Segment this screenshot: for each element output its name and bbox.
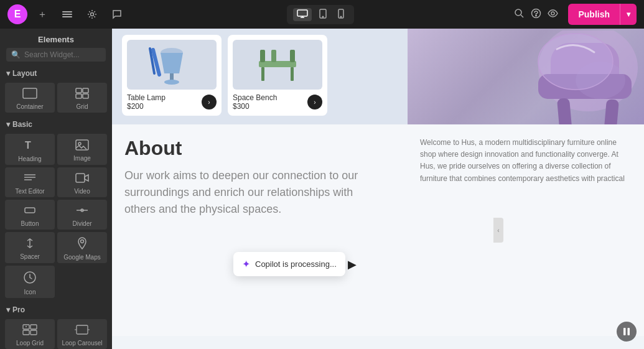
svg-point-41 bbox=[164, 80, 179, 85]
video-label: Video bbox=[74, 188, 90, 195]
product-card-table-lamp: Table Lamp $200 › bbox=[122, 35, 222, 116]
svg-rect-15 bbox=[83, 88, 88, 93]
container-widget[interactable]: Container bbox=[5, 83, 55, 113]
svg-marker-39 bbox=[161, 53, 183, 73]
pro-section-header[interactable]: ▾ Pro bbox=[0, 303, 112, 317]
text-editor-widget[interactable]: Text Editor bbox=[5, 167, 55, 197]
svg-rect-1 bbox=[62, 14, 72, 15]
icon-widget[interactable]: Icon bbox=[5, 266, 55, 298]
svg-point-54 bbox=[576, 62, 625, 99]
pause-button[interactable] bbox=[617, 322, 637, 342]
panel-collapse-handle[interactable]: ‹ bbox=[493, 218, 503, 243]
loop-grid-label: Loop Grid bbox=[16, 340, 44, 347]
chat-icon[interactable] bbox=[107, 4, 127, 24]
loop-grid-icon bbox=[22, 324, 37, 337]
space-bench-price: $300 bbox=[233, 102, 307, 111]
svg-rect-16 bbox=[76, 94, 82, 98]
image-icon bbox=[75, 139, 89, 152]
topbar: E ＋ Publish ▾ bbox=[0, 0, 644, 29]
divider-widget[interactable]: Divider bbox=[57, 200, 107, 230]
canvas-area: Table Lamp $200 › bbox=[112, 29, 644, 349]
search-widget-bar[interactable]: 🔍 bbox=[6, 48, 106, 62]
svg-rect-35 bbox=[77, 325, 88, 334]
space-bench-name: Space Bench bbox=[233, 93, 307, 102]
about-section: About Our work aims to deepen our connec… bbox=[112, 124, 644, 336]
hero-image bbox=[408, 29, 644, 124]
search-widget-icon: 🔍 bbox=[11, 50, 21, 59]
layers-icon[interactable] bbox=[57, 4, 77, 24]
svg-rect-13 bbox=[23, 88, 37, 98]
add-button[interactable]: ＋ bbox=[32, 4, 52, 24]
heading-label: Heading bbox=[18, 156, 41, 162]
publish-arrow-icon[interactable]: ▾ bbox=[620, 4, 637, 25]
cursor-icon: ▶ bbox=[348, 258, 357, 271]
icon-icon bbox=[23, 271, 37, 286]
video-widget[interactable]: Video bbox=[57, 167, 107, 197]
desktop-device-btn[interactable] bbox=[293, 8, 312, 21]
table-lamp-footer: Table Lamp $200 › bbox=[127, 93, 217, 111]
svg-rect-34 bbox=[30, 330, 37, 335]
loop-grid-widget[interactable]: Loop Grid bbox=[5, 319, 55, 349]
svg-rect-44 bbox=[271, 50, 276, 62]
heading-widget[interactable]: T Heading bbox=[5, 134, 55, 165]
sidebar: Elements 🔍 ▾ Layout Container bbox=[0, 29, 112, 349]
copilot-star-icon: ✦ bbox=[242, 258, 250, 270]
svg-rect-32 bbox=[30, 325, 37, 329]
publish-button[interactable]: Publish ▾ bbox=[568, 4, 637, 25]
loop-carousel-widget[interactable]: Loop Carousel bbox=[57, 319, 107, 349]
spacer-label: Spacer bbox=[20, 253, 40, 260]
device-switcher bbox=[287, 5, 354, 24]
search-icon[interactable] bbox=[514, 8, 525, 21]
table-lamp-price: $200 bbox=[127, 102, 202, 111]
space-bench-arrow[interactable]: › bbox=[307, 95, 322, 109]
layout-chevron-icon: ▾ bbox=[6, 69, 10, 78]
mobile-device-btn[interactable] bbox=[334, 7, 348, 22]
search-widget-input[interactable] bbox=[24, 50, 101, 59]
svg-rect-45 bbox=[290, 50, 295, 62]
video-icon bbox=[75, 172, 89, 185]
svg-rect-43 bbox=[260, 50, 265, 62]
help-icon[interactable] bbox=[531, 8, 541, 21]
grid-widget[interactable]: Grid bbox=[57, 83, 107, 113]
image-label: Image bbox=[73, 155, 91, 162]
spacer-widget[interactable]: Spacer bbox=[5, 232, 55, 263]
svg-rect-25 bbox=[25, 208, 35, 213]
right-icons bbox=[514, 8, 558, 21]
image-widget[interactable]: Image bbox=[57, 134, 107, 165]
tablet-device-btn[interactable] bbox=[315, 7, 330, 22]
spacer-icon bbox=[23, 238, 37, 251]
svg-point-29 bbox=[81, 240, 84, 243]
svg-rect-56 bbox=[628, 328, 630, 335]
svg-rect-47 bbox=[291, 67, 294, 81]
container-icon bbox=[22, 88, 37, 101]
settings-icon[interactable] bbox=[82, 4, 102, 24]
divider-icon bbox=[75, 205, 89, 218]
preview-icon[interactable] bbox=[548, 8, 558, 21]
svg-point-20 bbox=[78, 142, 81, 145]
collapse-icon: ‹ bbox=[497, 227, 499, 234]
pro-chevron-icon: ▾ bbox=[6, 305, 10, 314]
button-icon bbox=[23, 205, 37, 218]
grid-icon bbox=[75, 88, 89, 101]
loop-carousel-label: Loop Carousel bbox=[62, 340, 102, 347]
table-lamp-arrow[interactable]: › bbox=[202, 95, 217, 109]
svg-point-8 bbox=[340, 16, 342, 17]
text-editor-icon bbox=[23, 172, 37, 185]
sidebar-title: Elements bbox=[0, 29, 112, 48]
google-maps-widget[interactable]: Google Maps bbox=[57, 232, 107, 263]
basic-section-header[interactable]: ▾ Basic bbox=[0, 118, 112, 131]
google-maps-icon bbox=[77, 237, 88, 251]
layout-widgets-grid: Container Grid bbox=[0, 80, 112, 115]
svg-point-3 bbox=[91, 13, 94, 16]
svg-rect-24 bbox=[76, 174, 85, 182]
welcome-text: Welcome to Hus, a modern multidisciplina… bbox=[420, 137, 632, 185]
space-bench-image bbox=[233, 40, 322, 90]
elementor-logo[interactable]: E bbox=[7, 4, 27, 24]
svg-rect-33 bbox=[23, 330, 29, 335]
svg-rect-19 bbox=[76, 140, 88, 150]
button-widget[interactable]: Button bbox=[5, 200, 55, 230]
svg-rect-14 bbox=[76, 88, 82, 93]
layout-section-header[interactable]: ▾ Layout bbox=[0, 67, 112, 80]
pro-widgets-grid: Loop Grid Loop Carousel bbox=[0, 317, 112, 349]
publish-label: Publish bbox=[568, 9, 620, 19]
